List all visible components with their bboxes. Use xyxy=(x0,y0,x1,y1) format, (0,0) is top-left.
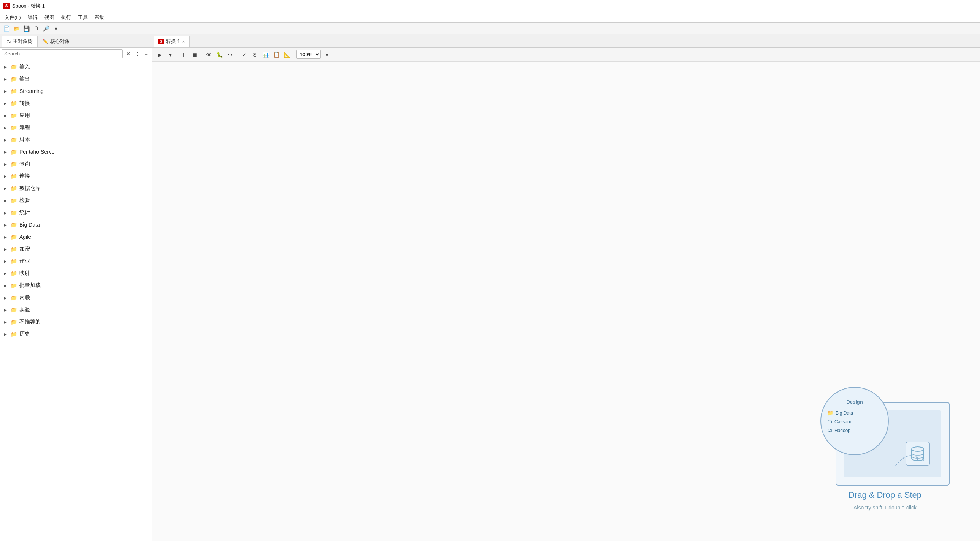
tree-arrow-transform: ▶ xyxy=(4,102,8,106)
folder-icon-datawarehouse: 📁 xyxy=(11,185,17,191)
drop-hint-subtitle: Also try shift + double-click xyxy=(853,505,916,511)
folder-icon-inline: 📁 xyxy=(11,295,17,301)
tree-label-pentaho-server: Pentaho Server xyxy=(19,149,56,155)
tab-core-objects[interactable]: ✏️ 核心对象 xyxy=(38,36,75,47)
stop-btn[interactable]: ⏹ xyxy=(190,50,199,59)
toolbar-new-btn[interactable]: 📄 xyxy=(2,24,11,33)
tree-item-job[interactable]: ▶📁作业 xyxy=(0,255,152,267)
tree-item-pentaho-server[interactable]: ▶📁Pentaho Server xyxy=(0,146,152,158)
toolbar-explore-btn[interactable]: 🔎 xyxy=(42,24,50,33)
tree-arrow-script: ▶ xyxy=(4,138,8,142)
menu-item-edit[interactable]: 编辑 xyxy=(25,13,41,22)
search-clear-btn[interactable]: ✕ xyxy=(124,50,132,58)
tree-label-inline: 内联 xyxy=(19,294,30,301)
tree-item-flow[interactable]: ▶📁流程 xyxy=(0,122,152,134)
tree-item-script[interactable]: ▶📁脚本 xyxy=(0,134,152,146)
tree-item-bulk-load[interactable]: ▶📁批量加载 xyxy=(0,279,152,292)
zoom-select[interactable]: 50% 75% 100% 150% 200% xyxy=(296,50,321,59)
menu-item-tools[interactable]: 工具 xyxy=(75,13,91,22)
folder-icon-transform: 📁 xyxy=(11,100,17,106)
canvas-tab-label: 转换 1 xyxy=(166,38,180,45)
zoom-dropdown-btn[interactable]: ▾ xyxy=(322,50,331,59)
tree-item-stats[interactable]: ▶📁统计 xyxy=(0,206,152,219)
canvas-tab-close[interactable]: × xyxy=(182,39,185,44)
canvas-sep-1 xyxy=(177,51,177,59)
tree-arrow-bulk-load: ▶ xyxy=(4,284,8,288)
svg-marker-0 xyxy=(915,456,918,460)
sql-btn[interactable]: S xyxy=(250,50,259,59)
tree-item-verify[interactable]: ▶📁检验 xyxy=(0,194,152,206)
search-expand-btn[interactable]: ≡ xyxy=(143,50,150,58)
run-btn[interactable]: ▶ xyxy=(155,50,164,59)
tree-item-history[interactable]: ▶📁历史 xyxy=(0,328,152,340)
pause-btn[interactable]: ⏸ xyxy=(180,50,189,59)
analyze-btn[interactable]: 📊 xyxy=(261,50,270,59)
right-tabs: S 转换 1 × xyxy=(152,34,980,48)
folder-icon-agile: 📁 xyxy=(11,234,17,240)
tree-label-history: 历史 xyxy=(19,331,30,338)
tree-label-transform: 转换 xyxy=(19,100,30,107)
drop-hint-title: Drag & Drop a Step xyxy=(848,490,921,500)
left-panel: 🗂 主对象树 ✏️ 核心对象 ✕ ⋮ ≡ ▶📁输入▶📁输出▶📁Streaming… xyxy=(0,34,152,541)
tree-arrow-deprecated: ▶ xyxy=(4,320,8,324)
canvas-toolbar: ▶ ▾ ⏸ ⏹ 👁 🐛 ↪ ✓ S 📊 📋 📐 50% 75% 100% 150… xyxy=(152,48,980,62)
tree-item-output[interactable]: ▶📁输出 xyxy=(0,73,152,85)
tree-label-stats: 统计 xyxy=(19,209,30,216)
tree-item-encrypt[interactable]: ▶📁加密 xyxy=(0,243,152,255)
tree-item-experiment[interactable]: ▶📁实验 xyxy=(0,304,152,316)
tree-item-mapping[interactable]: ▶📁映射 xyxy=(0,267,152,279)
tree-item-agile[interactable]: ▶📁Agile xyxy=(0,231,152,243)
toolbar-open-btn[interactable]: 📂 xyxy=(12,24,21,33)
folder-icon-query: 📁 xyxy=(11,161,17,167)
tree-item-deprecated[interactable]: ▶📁不推荐的 xyxy=(0,316,152,328)
menu-item-file[interactable]: 文件(F) xyxy=(2,13,24,22)
tree-label-mapping: 映射 xyxy=(19,270,30,277)
tree-item-input[interactable]: ▶📁输入 xyxy=(0,61,152,73)
tree-arrow-input: ▶ xyxy=(4,65,8,69)
tree-item-transform[interactable]: ▶📁转换 xyxy=(0,97,152,109)
folder-icon-script: 📁 xyxy=(11,136,17,143)
main-tree-label: 主对象树 xyxy=(13,38,33,45)
tree-item-bigdata[interactable]: ▶📁Big Data xyxy=(0,219,152,231)
copy-btn[interactable]: 📋 xyxy=(272,50,281,59)
tree-label-agile: Agile xyxy=(19,234,31,240)
tree-item-inline[interactable]: ▶📁内联 xyxy=(0,292,152,304)
toolbar-saveas-btn[interactable]: 🗒 xyxy=(32,24,40,33)
main-toolbar: 📄 📂 💾 🗒 🔎 ▾ xyxy=(0,23,980,34)
menu-item-run[interactable]: 执行 xyxy=(58,13,74,22)
tree-arrow-job: ▶ xyxy=(4,259,8,263)
tree-item-query[interactable]: ▶📁查询 xyxy=(0,158,152,170)
canvas-sep-2 xyxy=(202,51,202,59)
tree-label-job: 作业 xyxy=(19,258,30,265)
run-dropdown-btn[interactable]: ▾ xyxy=(165,50,175,59)
step-btn[interactable]: ↪ xyxy=(226,50,235,59)
menu-item-help[interactable]: 帮助 xyxy=(92,13,108,22)
tree-item-apply[interactable]: ▶📁应用 xyxy=(0,109,152,122)
check-btn[interactable]: ✓ xyxy=(240,50,249,59)
hadoop-item: 🗂 Hadoop xyxy=(827,427,850,433)
search-bar: ✕ ⋮ ≡ xyxy=(0,48,152,60)
tree-label-experiment: 实验 xyxy=(19,306,30,313)
tree-label-datawarehouse: 数据仓库 xyxy=(19,185,41,192)
tree-label-script: 脚本 xyxy=(19,136,30,143)
tree-item-streaming[interactable]: ▶📁Streaming xyxy=(0,85,152,97)
debug-btn[interactable]: 🐛 xyxy=(215,50,224,59)
menu-item-view[interactable]: 视图 xyxy=(41,13,57,22)
tree-item-datawarehouse[interactable]: ▶📁数据仓库 xyxy=(0,182,152,194)
tab-main-tree[interactable]: 🗂 主对象树 xyxy=(2,36,38,47)
toolbar-dropdown-btn[interactable]: ▾ xyxy=(52,24,60,33)
panel-tabs: 🗂 主对象树 ✏️ 核心对象 xyxy=(0,34,152,48)
canvas-area[interactable]: ↘ Design 📁 Big Data 🗃 xyxy=(152,62,980,541)
tree-item-connect[interactable]: ▶📁连接 xyxy=(0,170,152,182)
toolbar-save-btn[interactable]: 💾 xyxy=(22,24,30,33)
dashed-arrow-svg xyxy=(892,447,922,470)
search-options-btn[interactable]: ⋮ xyxy=(134,50,141,58)
folder-bigdata-icon: 📁 xyxy=(827,410,833,416)
search-input[interactable] xyxy=(2,49,123,58)
canvas-tab-transform1[interactable]: S 转换 1 × xyxy=(154,36,189,47)
graph-btn[interactable]: 📐 xyxy=(282,50,291,59)
tab-spoon-icon: S xyxy=(159,39,164,44)
core-objects-icon: ✏️ xyxy=(43,39,48,44)
canvas-sep-3 xyxy=(237,51,237,59)
preview-btn[interactable]: 👁 xyxy=(204,50,213,59)
